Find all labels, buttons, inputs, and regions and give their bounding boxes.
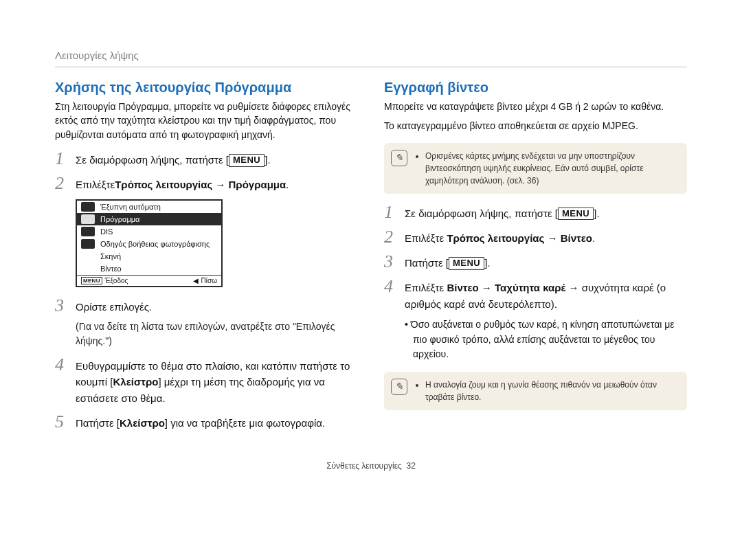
page-footer: Σύνθετες λειτουργίες 32 [55, 461, 687, 471]
right-step-1: 1 Σε διαμόρφωση λήψης, πατήστε [MENU]. [384, 203, 687, 221]
step-text: Επιλέξτε Τρόπος λειτουργίας → Βίντεο. [405, 228, 687, 246]
step-text: Πατήστε [MENU]. [405, 253, 687, 271]
step-text: Ορίστε επιλογές. (Για να δείτε τη λίστα … [76, 297, 358, 349]
left-steps: 1 Σε διαμόρφωση λήψης, πατήστε [MENU]. 2… [55, 150, 358, 431]
step-text: Σε διαμόρφωση λήψης, πατήστε [MENU]. [76, 150, 358, 168]
right-step-3: 3 Πατήστε [MENU]. [384, 253, 687, 271]
left-title: Χρήσης της λειτουργίας Πρόγραμμα [55, 80, 358, 96]
menu-item-label: Πρόγραμμα [100, 215, 139, 223]
step-text: ΕπιλέξτεΤρόπος λειτουργίας → Πρόγραμμα. [76, 175, 358, 192]
mode-icon [81, 239, 95, 249]
right-column: Εγγραφή βίντεο Μπορείτε να καταγράψετε β… [384, 80, 687, 438]
menu-badge: MENU [229, 154, 265, 167]
menu-item-label: Οδηγός βοήθειας φωτογράφισης [100, 240, 210, 248]
breadcrumb: Λειτουργίες λήψης [55, 49, 687, 67]
step-text: Ευθυγραμμίστε το θέμα στο πλαίσιο, και κ… [76, 356, 358, 406]
right-intro1: Μπορείτε να καταγράψετε βίντεο μέχρι 4 G… [384, 100, 687, 113]
text: Έξοδος [105, 277, 128, 284]
left-step-1: 1 Σε διαμόρφωση λήψης, πατήστε [MENU]. [55, 150, 358, 168]
right-intro2: Το καταγεγραμμένο βίντεο αποθηκεύεται σε… [384, 119, 687, 133]
note-content: Η αναλογία ζουμ και η γωνία θέασης πιθαν… [416, 379, 677, 403]
text: Όσο αυξάνεται ο ρυθμός των καρέ, η κίνησ… [411, 319, 675, 359]
step-number: 2 [384, 228, 405, 246]
note-box-1: ✎ Ορισμένες κάρτες μνήμης ενδέχεται να μ… [384, 143, 687, 194]
menu-row: Οδηγός βοήθειας φωτογράφισης [77, 238, 221, 250]
menu-footer: MENUΈξοδος ◀Πίσω [77, 275, 221, 286]
sub-text: (Για να δείτε τη λίστα των επιλογών, ανα… [76, 320, 358, 349]
text: Σε διαμόρφωση λήψης, πατήστε [ [76, 154, 229, 166]
left-intro: Στη λειτουργία Πρόγραμμα, μπορείτε να ρυ… [55, 100, 358, 142]
menu-item-label: DIS [100, 227, 113, 236]
menu-row: Σκηνή [77, 250, 221, 262]
page: Λειτουργίες λήψης Χρήσης της λειτουργίας… [0, 0, 742, 498]
text: . [592, 232, 595, 244]
text: Επιλέξτε [405, 232, 447, 244]
left-column: Χρήσης της λειτουργίας Πρόγραμμα Στη λει… [55, 80, 358, 438]
text: Επιλέξτε [405, 282, 447, 293]
menu-row-selected: Πρόγραμμα [77, 213, 221, 225]
left-step-5: 5 Πατήστε [Κλείστρο] για να τραβήξετε μι… [55, 413, 358, 431]
text: ]. [484, 257, 490, 269]
menu-row: Βίντεο [77, 262, 221, 275]
columns: Χρήσης της λειτουργίας Πρόγραμμα Στη λει… [55, 80, 687, 438]
step-number: 3 [55, 297, 76, 315]
bold-text: Κλείστρο [113, 376, 159, 388]
menu-item-label: Σκηνή [100, 252, 121, 260]
step-number: 4 [55, 356, 76, 374]
step-text: Πατήστε [Κλείστρο] για να τραβήξετε μια … [76, 413, 358, 431]
text: ]. [265, 154, 270, 166]
text: ]. [594, 208, 599, 219]
right-step-4: 4 Επιλέξτε Βίντεο → Ταχύτητα καρέ → συχν… [384, 278, 687, 362]
step-number: 1 [384, 203, 405, 221]
footer-label: Σύνθετες λειτουργίες [326, 461, 402, 471]
step-number: 4 [384, 278, 405, 295]
left-step-3: 3 Ορίστε επιλογές. (Για να δείτε τη λίστ… [55, 297, 358, 349]
note-box-2: ✎ Η αναλογία ζουμ και η γωνία θέασης πιθ… [384, 372, 687, 410]
mode-icon [81, 264, 95, 273]
note-item: Ορισμένες κάρτες μνήμης ενδέχεται να μην… [425, 150, 677, 187]
text: Πατήστε [ [76, 417, 120, 429]
text: Πίσω [201, 277, 217, 284]
note-icon: ✎ [391, 150, 407, 166]
note-icon: ✎ [391, 379, 407, 395]
step-number: 1 [55, 150, 76, 168]
step-text: Σε διαμόρφωση λήψης, πατήστε [MENU]. [405, 203, 687, 221]
menu-badge: MENU [449, 257, 484, 270]
step-number: 5 [55, 413, 76, 431]
bold-text: Τρόπος λειτουργίας → Βίντεο [447, 232, 592, 244]
step-number: 3 [384, 253, 405, 271]
step-number: 2 [55, 175, 76, 192]
menu-row: Έξυπνη αυτόματη [77, 201, 221, 213]
text: . [286, 179, 289, 190]
bold-text: Τρόπος λειτουργίας → Πρόγραμμα [115, 179, 286, 190]
right-title: Εγγραφή βίντεο [384, 80, 687, 96]
note-item: Η αναλογία ζουμ και η γωνία θέασης πιθαν… [425, 379, 677, 403]
note-content: Ορισμένες κάρτες μνήμης ενδέχεται να μην… [416, 150, 677, 187]
menu-footer-left: MENUΈξοδος [81, 277, 128, 284]
bullet: • Όσο αυξάνεται ο ρυθμός των καρέ, η κίν… [405, 317, 687, 362]
right-steps: 1 Σε διαμόρφωση λήψης, πατήστε [MENU]. 2… [384, 203, 687, 362]
menu-item-label: Βίντεο [100, 265, 122, 273]
menu-mini-badge: MENU [81, 277, 102, 284]
mode-icon [81, 202, 95, 212]
menu-footer-right: ◀Πίσω [193, 277, 217, 284]
left-step-2: 2 ΕπιλέξτεΤρόπος λειτουργίας → Πρόγραμμα… [55, 175, 358, 192]
step-text: Επιλέξτε Βίντεο → Ταχύτητα καρέ → συχνότ… [405, 278, 687, 362]
menu-badge: MENU [558, 208, 594, 221]
mode-icon [81, 214, 95, 224]
text: Σε διαμόρφωση λήψης, πατήστε [ [405, 208, 558, 219]
right-step-2: 2 Επιλέξτε Τρόπος λειτουργίας → Βίντεο. [384, 228, 687, 246]
camera-menu-screenshot: Έξυπνη αυτόματη Πρόγραμμα DIS Οδηγός βοή… [76, 199, 223, 287]
text: Ορίστε επιλογές. [76, 301, 152, 313]
text: ] για να τραβήξετε μια φωτογραφία. [165, 417, 325, 429]
bold-text: Κλείστρο [120, 417, 165, 429]
text: Πατήστε [ [405, 257, 449, 269]
left-step-4: 4 Ευθυγραμμίστε το θέμα στο πλαίσιο, και… [55, 356, 358, 406]
mode-icon [81, 227, 95, 236]
mode-icon [81, 251, 95, 261]
page-number: 32 [406, 461, 415, 471]
menu-row: DIS [77, 225, 221, 238]
menu-item-label: Έξυπνη αυτόματη [100, 203, 161, 211]
bold-text: Βίντεο → Ταχύτητα καρέ [447, 282, 565, 293]
text: Επιλέξτε [76, 179, 115, 190]
